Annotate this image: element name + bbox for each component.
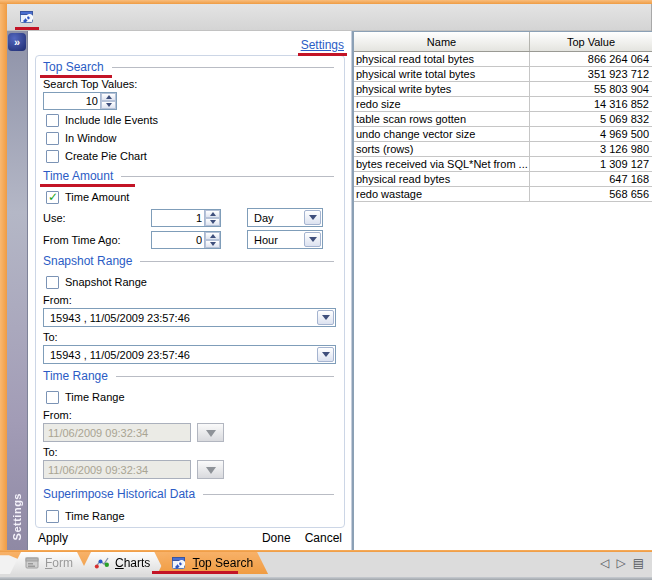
disabled-dropdown-button[interactable] xyxy=(197,423,224,442)
spin-up-button[interactable] xyxy=(205,232,220,240)
time-range-to-label: To: xyxy=(43,446,336,458)
table-row[interactable]: redo size 14 316 852 xyxy=(354,97,652,112)
time-amount-label: Time Amount xyxy=(65,191,129,203)
annotation-underline xyxy=(40,184,135,187)
table-row[interactable]: redo wastage 568 656 xyxy=(354,187,652,202)
settings-link[interactable]: Settings xyxy=(301,38,344,52)
cell-name: undo change vector size xyxy=(354,127,530,141)
table-row[interactable]: bytes received via SQL*Net from ... 1 30… xyxy=(354,157,652,172)
search-top-values-input[interactable] xyxy=(44,93,100,109)
section-rule xyxy=(116,376,334,377)
sidebar-settings-tab[interactable]: Settings xyxy=(11,493,23,540)
section-snapshot-range: Snapshot Range xyxy=(43,254,336,268)
column-header-name[interactable]: Name xyxy=(354,32,530,51)
section-rule xyxy=(121,176,334,177)
table-body: physical read total bytes 866 264 064 ph… xyxy=(354,52,652,202)
table-row[interactable]: physical write bytes 55 803 904 xyxy=(354,82,652,97)
in-window-label: In Window xyxy=(65,132,116,144)
from-time-ago-spinner xyxy=(151,231,221,249)
table-row[interactable]: physical read total bytes 866 264 064 xyxy=(354,52,652,67)
cell-name: sorts (rows) xyxy=(354,142,530,156)
top-search-icon xyxy=(19,9,35,25)
column-header-top-value[interactable]: Top Value xyxy=(530,32,652,51)
time-range-to-row: 11/06/2009 09:32:34 xyxy=(43,460,336,479)
spin-up-button[interactable] xyxy=(101,93,116,101)
settings-panel: Settings Top Search Search Top Values: xyxy=(28,31,352,550)
spin-down-button[interactable] xyxy=(205,240,220,248)
done-button[interactable]: Done xyxy=(262,531,291,545)
cell-name: redo size xyxy=(354,97,530,111)
from-time-ago-input[interactable] xyxy=(152,232,204,248)
cell-top-value: 1 309 127 xyxy=(530,157,652,171)
annotation-underline xyxy=(298,53,347,56)
cell-top-value: 3 126 980 xyxy=(530,142,652,156)
tab-top-search-label: Top Search xyxy=(192,556,253,570)
snapshot-range-row: Snapshot Range xyxy=(43,274,336,290)
form-icon xyxy=(24,555,40,571)
app-icon[interactable] xyxy=(18,8,36,26)
from-time-ago-label: From Time Ago: xyxy=(43,234,151,246)
tab-scroll-left-button[interactable]: ◁ xyxy=(600,556,609,570)
include-idle-events-checkbox[interactable] xyxy=(46,114,59,127)
table-row[interactable]: undo change vector size 4 969 500 xyxy=(354,127,652,142)
cell-name: physical read bytes xyxy=(354,172,530,186)
spin-down-button[interactable] xyxy=(101,101,116,109)
snapshot-from-combo[interactable]: 15943 , 11/05/2009 23:57:46 xyxy=(43,308,336,327)
titlebar xyxy=(7,4,651,31)
time-amount-row: Time Amount xyxy=(43,189,336,205)
tab-charts-label: Charts xyxy=(115,556,150,570)
cancel-button[interactable]: Cancel xyxy=(305,531,342,545)
table-row[interactable]: physical read bytes 647 168 xyxy=(354,172,652,187)
apply-button[interactable]: Apply xyxy=(38,531,68,545)
chevron-down-icon xyxy=(322,315,330,324)
spin-down-button[interactable] xyxy=(205,218,220,226)
cell-name: physical read total bytes xyxy=(354,52,530,66)
use-input[interactable] xyxy=(152,210,204,226)
spin-up-button[interactable] xyxy=(205,210,220,218)
dropdown-button[interactable] xyxy=(317,310,334,325)
annotation-underline xyxy=(15,27,39,30)
create-pie-chart-checkbox[interactable] xyxy=(46,150,59,163)
table-row[interactable]: table scan rows gotten 5 069 832 xyxy=(354,112,652,127)
tab-form[interactable]: Form xyxy=(10,552,88,574)
triangle-down-icon xyxy=(206,430,216,442)
table-row[interactable]: sorts (rows) 3 126 980 xyxy=(354,142,652,157)
dropdown-button[interactable] xyxy=(304,232,321,247)
results-table: Name Top Value physical read total bytes… xyxy=(352,31,652,550)
cell-top-value: 14 316 852 xyxy=(530,97,652,111)
time-amount-checkbox[interactable] xyxy=(46,191,59,204)
use-unit-dropdown[interactable]: Day xyxy=(247,208,323,227)
snapshot-range-checkbox[interactable] xyxy=(46,276,59,289)
table-row[interactable]: physical write total bytes 351 923 712 xyxy=(354,67,652,82)
cell-name: bytes received via SQL*Net from ... xyxy=(354,157,530,171)
cell-top-value: 4 969 500 xyxy=(530,127,652,141)
tab-list-button[interactable]: ▤ xyxy=(633,556,644,570)
dropdown-button[interactable] xyxy=(304,210,321,225)
create-pie-chart-row: Create Pie Chart xyxy=(43,148,336,164)
superimpose-time-range-checkbox[interactable] xyxy=(46,510,59,523)
snapshot-range-header: Snapshot Range xyxy=(43,254,132,268)
in-window-checkbox[interactable] xyxy=(46,132,59,145)
time-range-checkbox[interactable] xyxy=(46,391,59,404)
table-header: Name Top Value xyxy=(354,32,652,52)
main-content: » Settings Settings Top Search Search To… xyxy=(7,31,652,550)
arrow-up-icon xyxy=(210,234,216,238)
cell-top-value: 5 069 832 xyxy=(530,112,652,126)
arrow-down-icon xyxy=(210,242,216,246)
from-time-ago-unit-dropdown[interactable]: Hour xyxy=(247,230,323,249)
dropdown-button[interactable] xyxy=(317,347,334,362)
spin-buttons xyxy=(204,210,220,226)
cell-top-value: 351 923 712 xyxy=(530,67,652,81)
time-range-from-row: 11/06/2009 09:32:34 xyxy=(43,423,336,442)
tab-scroll-right-button[interactable]: ▷ xyxy=(616,556,625,570)
collapse-panel-button[interactable]: » xyxy=(8,33,26,51)
arrow-up-icon xyxy=(106,95,112,99)
arrow-down-icon xyxy=(106,103,112,107)
panel-header: Settings xyxy=(28,31,351,54)
use-unit-value: Day xyxy=(248,212,304,224)
snapshot-to-value: 15943 , 11/05/2009 23:57:46 xyxy=(44,349,317,361)
disabled-dropdown-button[interactable] xyxy=(197,460,224,479)
snapshot-to-combo[interactable]: 15943 , 11/05/2009 23:57:46 xyxy=(43,345,336,364)
time-range-from-label: From: xyxy=(43,409,336,421)
chevron-down-icon xyxy=(309,237,317,246)
